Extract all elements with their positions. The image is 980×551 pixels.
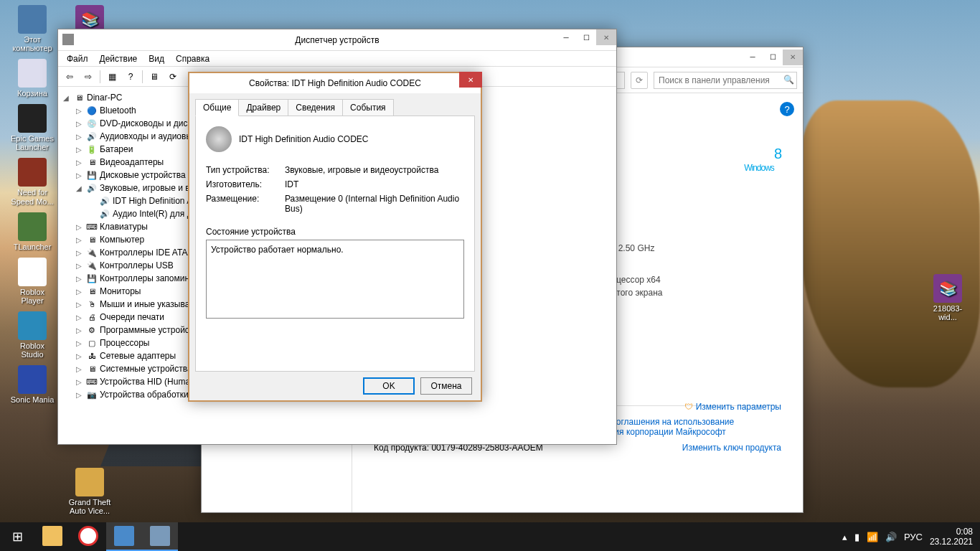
- device-category-icon: 🔌: [86, 247, 98, 258]
- device-category-icon: ▢: [86, 337, 98, 349]
- toolbar-forward-icon[interactable]: ⇨: [80, 69, 97, 85]
- control-panel-icon: [114, 526, 134, 546]
- toolbar-properties-icon[interactable]: ▦: [103, 69, 121, 85]
- tree-node-label: Программные устройства: [100, 325, 202, 335]
- volume-icon[interactable]: 🔊: [885, 532, 897, 542]
- desktop-icon-right[interactable]: 📚 218083-wid...: [923, 273, 973, 323]
- desktop-icon-3[interactable]: Need for Speed Mo...: [7, 156, 57, 207]
- properties-dialog[interactable]: Свойства: IDT High Definition Audio CODE…: [188, 72, 482, 402]
- tray-chevron-icon[interactable]: ▴: [842, 532, 847, 542]
- menu-действие[interactable]: Действие: [94, 52, 143, 65]
- expand-icon[interactable]: ▷: [74, 120, 84, 128]
- desktop-icon-gta[interactable]: Grand Theft Auto Vice...: [65, 466, 115, 517]
- app-icon: [18, 104, 47, 133]
- device-category-icon: 🖨: [86, 311, 98, 323]
- battery-icon[interactable]: ▮: [854, 532, 859, 542]
- minimize-button[interactable]: ─: [556, 29, 576, 45]
- maximize-button[interactable]: ☐: [576, 29, 596, 45]
- tree-node-label: Процессоры: [100, 338, 150, 348]
- start-button[interactable]: ⊞: [0, 522, 34, 551]
- desktop-icon-6[interactable]: Roblox Studio: [7, 310, 57, 360]
- expand-icon[interactable]: ▷: [74, 288, 84, 296]
- search-icon: 🔍: [783, 75, 794, 85]
- icon-label: Roblox Studio: [9, 342, 56, 359]
- clock-date: 23.12.2021: [930, 537, 973, 547]
- icon-label: Grand Theft Auto Vice...: [66, 498, 113, 515]
- menu-справка[interactable]: Справка: [170, 52, 215, 65]
- expand-icon[interactable]: ▷: [74, 133, 84, 141]
- expand-icon[interactable]: ▷: [74, 223, 84, 231]
- menu-вид[interactable]: Вид: [143, 52, 170, 65]
- expand-icon[interactable]: ▷: [74, 236, 84, 244]
- search-input[interactable]: [654, 72, 797, 89]
- expand-icon[interactable]: ▷: [74, 365, 84, 373]
- expand-icon[interactable]: ▷: [74, 159, 84, 166]
- desktop-icon-7[interactable]: Sonic Mania: [7, 364, 57, 405]
- close-button[interactable]: ✕: [459, 72, 482, 88]
- app-icon: [18, 5, 47, 34]
- maximize-button[interactable]: ☐: [763, 50, 783, 65]
- toolbar-scan-icon[interactable]: 🖥: [146, 69, 163, 85]
- ok-button[interactable]: OK: [363, 377, 415, 395]
- tab-2[interactable]: Сведения: [288, 99, 343, 116]
- expand-icon[interactable]: ▷: [74, 171, 84, 179]
- expand-icon[interactable]: ▷: [74, 275, 84, 283]
- minimize-button[interactable]: ─: [743, 50, 763, 65]
- device-category-icon: 💾: [86, 273, 98, 284]
- language-indicator[interactable]: РУС: [904, 532, 923, 542]
- titlebar[interactable]: Диспетчер устройств ─ ☐ ✕: [58, 29, 616, 51]
- taskbar-item-devmgr[interactable]: [142, 522, 178, 551]
- nav-refresh-button[interactable]: ⟳: [631, 72, 648, 89]
- dialog-title: Свойства: IDT High Definition Audio CODE…: [249, 78, 421, 88]
- desktop-icon-0[interactable]: Этот компьютер: [7, 4, 57, 54]
- expand-icon[interactable]: ▷: [74, 249, 84, 257]
- toolbar-help-icon[interactable]: ?: [122, 69, 139, 85]
- expand-icon[interactable]: ▷: [74, 339, 84, 347]
- expand-icon[interactable]: ▷: [74, 352, 84, 360]
- expand-icon[interactable]: ▷: [74, 326, 84, 334]
- desktop-icon-2[interactable]: Epic Games Launcher: [7, 103, 57, 153]
- device-category-icon: 🔊: [86, 182, 98, 194]
- tree-node-label: Системные устройства: [100, 364, 192, 374]
- desktop-icon-5[interactable]: Roblox Player: [7, 256, 57, 306]
- icon-label: 218083-wid...: [924, 304, 971, 321]
- collapse-icon[interactable]: ◢: [61, 94, 71, 102]
- device-category-icon: 🔋: [86, 143, 98, 155]
- wifi-icon[interactable]: 📶: [867, 532, 878, 542]
- status-textbox[interactable]: [206, 240, 464, 319]
- manufacturer-label: Изготовитель:: [206, 179, 285, 189]
- expand-icon[interactable]: ▷: [74, 391, 84, 399]
- taskbar-item-browser[interactable]: [70, 522, 106, 551]
- desktop-icon-1[interactable]: Корзина: [7, 57, 57, 99]
- tree-node-label: Bluetooth: [100, 105, 136, 116]
- tab-1[interactable]: Драйвер: [238, 99, 288, 116]
- toolbar-update-icon[interactable]: ⟳: [164, 69, 182, 85]
- expand-icon[interactable]: ▷: [74, 314, 84, 321]
- taskbar-item-control-panel[interactable]: [106, 522, 142, 551]
- device-category-icon: 🖱: [86, 298, 98, 310]
- toolbar-back-icon[interactable]: ⇦: [61, 69, 78, 85]
- app-icon: [18, 311, 47, 340]
- menu-файл[interactable]: Файл: [61, 52, 94, 65]
- expand-icon[interactable]: ▷: [74, 378, 84, 386]
- tree-node-label: Контроллеры USB: [100, 260, 174, 270]
- tab-0[interactable]: Общие: [195, 99, 239, 116]
- titlebar[interactable]: Свойства: IDT High Definition Audio CODE…: [189, 73, 481, 93]
- desktop-icon-4[interactable]: TLauncher: [7, 211, 57, 253]
- icon-label: Need for Speed Mo...: [9, 188, 56, 205]
- close-button[interactable]: ✕: [783, 50, 803, 65]
- expand-icon[interactable]: ▷: [74, 107, 84, 115]
- change-key-link[interactable]: Изменить ключ продукта: [682, 443, 781, 453]
- close-button[interactable]: ✕: [596, 29, 616, 45]
- clock[interactable]: 0:08 23.12.2021: [930, 527, 973, 547]
- taskbar-item-explorer[interactable]: [34, 522, 70, 551]
- cancel-button[interactable]: Отмена: [420, 377, 472, 395]
- change-params-link[interactable]: 🛡 Изменить параметры: [684, 402, 781, 412]
- help-icon[interactable]: ?: [780, 102, 794, 116]
- expand-icon[interactable]: ▷: [74, 262, 84, 270]
- expand-icon[interactable]: ◢: [74, 184, 84, 192]
- clock-time: 0:08: [930, 527, 973, 537]
- expand-icon[interactable]: ▷: [74, 146, 84, 154]
- expand-icon[interactable]: ▷: [74, 301, 84, 309]
- tab-3[interactable]: События: [342, 99, 394, 116]
